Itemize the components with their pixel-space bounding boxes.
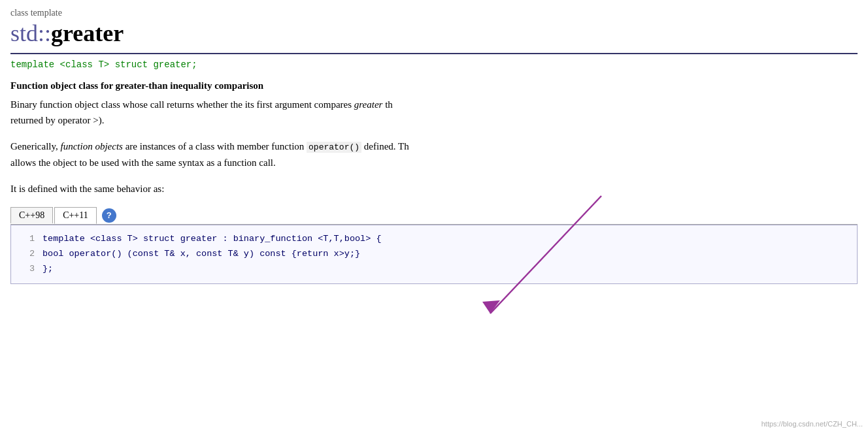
description-paragraph-2: Generically, function objects are instan…: [10, 138, 858, 170]
title-separator: [10, 53, 858, 54]
code-line-2: 2 bool operator() (const T& x, const T& …: [22, 247, 846, 262]
code-content-1: template <class T> struct greater : bina…: [42, 232, 381, 247]
tab-help-button[interactable]: ?: [102, 208, 116, 223]
svg-marker-1: [482, 300, 500, 313]
line-number-1: 1: [22, 232, 35, 247]
tab-cpp11[interactable]: C++11: [54, 207, 97, 224]
template-declaration: template <class T> struct greater;: [10, 59, 858, 70]
desc2-code: operator(): [307, 142, 361, 153]
code-block: 1 template <class T> struct greater : bi…: [10, 225, 858, 284]
code-line-3: 3 };: [22, 262, 846, 277]
desc2-part3: defined. Th: [361, 141, 409, 152]
code-content-3: };: [42, 262, 53, 277]
description-paragraph-3: It is defined with the same behavior as:: [10, 181, 858, 197]
class-name: greater: [51, 20, 124, 46]
description-paragraph-1: Binary function object class whose call …: [10, 97, 858, 128]
main-title: std::greater: [10, 20, 858, 48]
desc1-part1: Binary function object class whose call …: [10, 99, 354, 110]
url-watermark: https://blog.csdn.net/CZH_CH...: [761, 420, 863, 428]
tab-cpp98[interactable]: C++98: [10, 207, 53, 223]
desc2-part1: Generically,: [10, 141, 61, 152]
desc2-part2: are instances of a class with member fun…: [123, 141, 307, 152]
desc1-part2: th: [382, 99, 392, 110]
desc2-italic: function objects: [61, 141, 123, 152]
line-number-3: 3: [22, 262, 35, 277]
namespace-prefix: std::: [10, 20, 51, 46]
desc1-italic: greater: [354, 99, 383, 110]
code-content-2: bool operator() (const T& x, const T& y)…: [42, 247, 360, 262]
class-label: class template: [10, 8, 858, 18]
tabs-container: C++98 C++11 ?: [10, 207, 858, 225]
section-heading: Function object class for greater-than i…: [10, 80, 858, 91]
desc2-line2: allows the object to be used with the sa…: [10, 157, 276, 168]
line-number-2: 2: [22, 247, 35, 262]
code-line-1: 1 template <class T> struct greater : bi…: [22, 232, 846, 247]
desc1-line2: returned by operator >).: [10, 115, 104, 125]
